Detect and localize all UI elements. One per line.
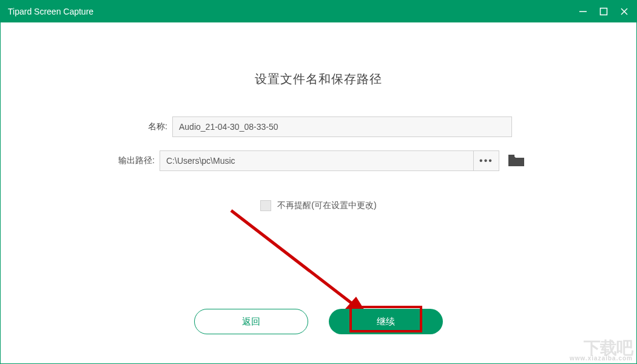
- dont-remind-label: 不再提醒(可在设置中更改): [277, 200, 376, 211]
- path-input[interactable]: [160, 150, 474, 171]
- svg-line-5: [231, 211, 357, 308]
- window-controls: [578, 7, 629, 16]
- back-button[interactable]: 返回: [194, 309, 308, 334]
- dialog-buttons: 返回 继续: [1, 309, 636, 334]
- app-window: Tipard Screen Capture 设置文件名和保存路径 名称: 输出路…: [0, 0, 637, 364]
- watermark: 下载吧 www.xiazaiba.com: [570, 340, 633, 361]
- name-input[interactable]: [172, 116, 512, 137]
- window-title: Tipard Screen Capture: [8, 7, 578, 16]
- path-label: 输出路径:: [112, 155, 155, 166]
- folder-icon[interactable]: [508, 154, 525, 167]
- continue-button[interactable]: 继续: [329, 309, 443, 334]
- name-label: 名称:: [125, 121, 167, 132]
- dialog-heading: 设置文件名和保存路径: [1, 71, 636, 87]
- path-row: 输出路径: •••: [1, 150, 636, 171]
- close-icon[interactable]: [619, 7, 629, 16]
- svg-rect-4: [508, 155, 514, 157]
- name-row: 名称:: [1, 116, 636, 137]
- maximize-icon[interactable]: [599, 7, 608, 16]
- dialog-content: 设置文件名和保存路径 名称: 输出路径: ••• 不再提醒(可在设置中更改): [1, 22, 636, 363]
- dont-remind-checkbox[interactable]: [260, 200, 271, 211]
- annotation-arrow-icon: [219, 204, 389, 326]
- back-button-label: 返回: [242, 316, 260, 328]
- titlebar: Tipard Screen Capture: [1, 1, 636, 22]
- continue-button-label: 继续: [377, 316, 395, 328]
- dont-remind-row: 不再提醒(可在设置中更改): [1, 200, 636, 211]
- svg-rect-1: [601, 8, 607, 15]
- more-button[interactable]: •••: [474, 150, 499, 171]
- minimize-icon[interactable]: [578, 7, 588, 16]
- watermark-url: www.xiazaiba.com: [570, 356, 633, 361]
- path-input-group: •••: [160, 150, 499, 171]
